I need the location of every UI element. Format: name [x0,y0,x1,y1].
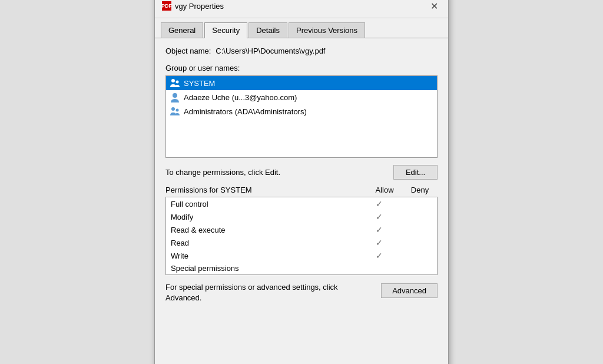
perm-row-special: Special permissions [166,262,437,274]
perm-name-modify: Modify [171,213,362,221]
perm-name-special: Special permissions [171,264,362,273]
perm-allow-read-execute: ✓ [362,225,397,234]
perm-row-read-execute: Read & execute ✓ [166,223,437,236]
tab-general[interactable]: General [161,22,203,38]
permissions-hint-text: To change permissions, click Edit. [165,168,280,177]
user-item-adaeze[interactable]: Adaeze Uche (u...3@yahoo.com) [166,90,437,104]
perm-row-full-control: Full control ✓ [166,197,437,210]
svg-point-4 [176,109,179,112]
properties-dialog: PDF vgy Properties ✕ General Security De… [154,0,449,364]
object-name-row: Object name: C:\Users\HP\Documents\vgy.p… [165,47,438,55]
user-icon-adaeze [170,92,180,102]
title-bar: PDF vgy Properties ✕ [155,0,448,18]
advanced-hint-text: For special permissions or advanced sett… [165,282,342,303]
perm-allow-write: ✓ [362,251,397,260]
perm-row-read: Read ✓ [166,236,437,249]
admin-icon [170,106,180,117]
dialog-title: vgy Properties [175,2,427,11]
tab-details[interactable]: Details [249,22,287,38]
group-label: Group or user names: [165,64,438,72]
svg-point-3 [171,107,175,111]
perm-name-write: Write [171,252,362,260]
object-name-value: C:\Users\HP\Documents\vgy.pdf [216,47,325,55]
tabs-bar: General Security Details Previous Versio… [155,18,448,38]
bottom-section: For special permissions or advanced sett… [165,282,438,303]
user-name-system: SYSTEM [184,79,215,88]
perm-allow-full-control: ✓ [362,199,397,209]
permissions-section: Permissions for SYSTEM Allow Deny Full c… [165,186,438,275]
user-name-admins: Administrators (ADA\Administrators) [184,107,307,116]
permissions-header: Permissions for SYSTEM Allow Deny [165,186,438,194]
user-list[interactable]: SYSTEM Adaeze Uche (u...3@yahoo.com) [165,75,438,158]
edit-button[interactable]: Edit... [393,165,438,180]
perm-name-read-execute: Read & execute [171,226,362,234]
permissions-table: Full control ✓ Modify ✓ Read & execute ✓ [165,197,438,275]
object-name-label: Object name: [165,47,211,55]
permissions-hint-row: To change permissions, click Edit. Edit.… [165,165,438,180]
permissions-title: Permissions for SYSTEM [165,186,367,194]
tab-previous-versions[interactable]: Previous Versions [289,22,365,38]
pdf-icon: PDF [162,1,171,11]
user-item-system[interactable]: SYSTEM [166,76,437,90]
perm-row-write: Write ✓ [166,249,437,262]
perm-allow-read: ✓ [362,238,397,247]
security-content: Object name: C:\Users\HP\Documents\vgy.p… [155,38,448,364]
svg-point-1 [176,81,179,84]
close-button[interactable]: ✕ [427,0,441,13]
perm-row-modify: Modify ✓ [166,210,437,223]
perm-name-read: Read [171,239,362,247]
svg-point-0 [171,79,175,82]
perm-allow-modify: ✓ [362,212,397,221]
user-item-admins[interactable]: Administrators (ADA\Administrators) [166,104,437,118]
svg-point-2 [173,93,177,98]
deny-col-header: Deny [402,186,438,194]
allow-col-header: Allow [367,186,402,194]
perm-name-full-control: Full control [171,200,362,209]
user-name-adaeze: Adaeze Uche (u...3@yahoo.com) [184,93,297,102]
system-icon [170,78,180,88]
tab-security[interactable]: Security [204,22,247,38]
advanced-button[interactable]: Advanced [381,283,438,298]
